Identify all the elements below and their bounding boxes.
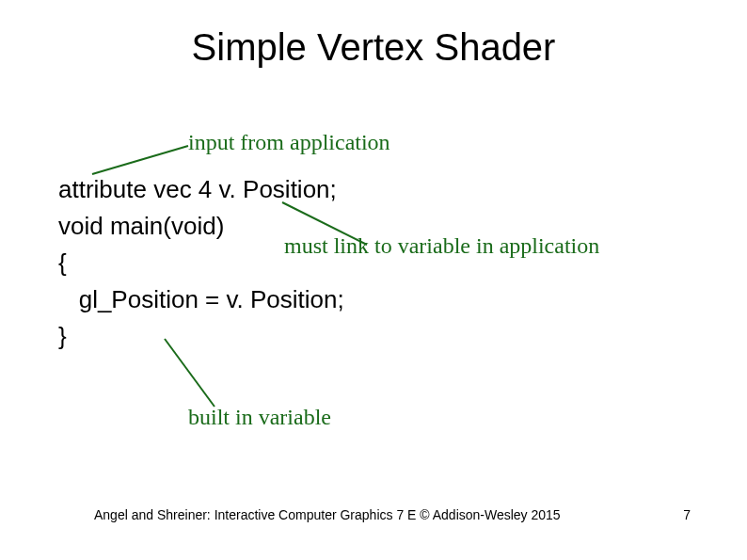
line-to-attribute [92,146,188,174]
slide-title: Simple Vertex Shader [0,26,747,69]
code-line-1: attribute vec 4 v. Position; [58,175,337,203]
code-line-3: { [58,248,67,277]
annotation-input: input from application [188,130,390,155]
slide: Simple Vertex Shader input from applicat… [0,0,747,560]
footer-citation: Angel and Shreiner: Interactive Computer… [94,507,561,522]
code-block: attribute vec 4 v. Position; void main(v… [58,171,344,355]
code-line-5: } [58,322,67,350]
code-line-2: void main(void) [58,212,224,240]
code-line-4: gl_Position = v. Position; [58,285,344,313]
page-number: 7 [683,507,691,522]
annotation-builtin: built in variable [188,405,331,430]
